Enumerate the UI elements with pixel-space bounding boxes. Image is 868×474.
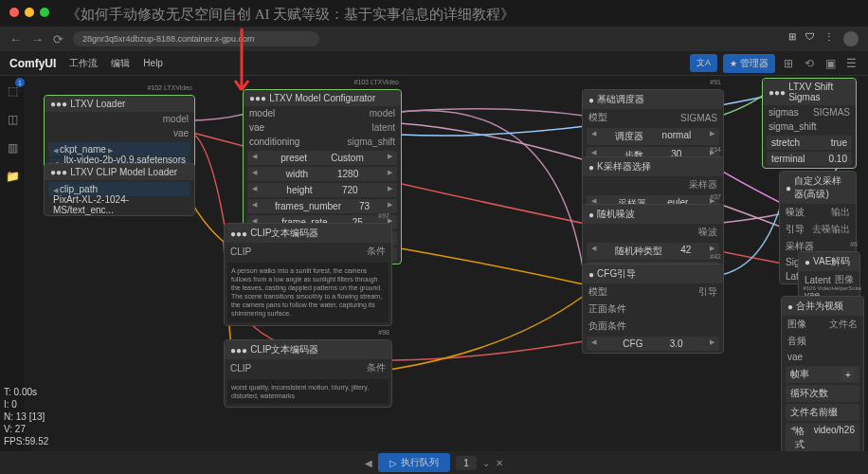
dropdown-icon[interactable]: ⌄	[482, 458, 490, 468]
avatar-icon[interactable]	[843, 31, 859, 46]
stats-panel: T: 0.00s I: 0 N: 13 [13] V: 27 FPS:59.52	[4, 386, 48, 447]
forward-button[interactable]: →	[31, 32, 44, 46]
minimize-window[interactable]	[25, 8, 34, 17]
node-header[interactable]: ●●● LTXV Loader	[45, 96, 194, 112]
menu-help[interactable]: Help	[143, 58, 163, 68]
app-logo: ComfyUI	[9, 57, 56, 70]
run-button[interactable]: ▷ 执行队列	[378, 453, 450, 472]
add-button[interactable]: +	[841, 368, 855, 381]
menu-edit[interactable]: 编辑	[111, 57, 130, 70]
shield-icon[interactable]: 🛡	[805, 31, 815, 46]
positive-prompt[interactable]: A person walks into a sunlit forest, the…	[227, 263, 389, 322]
reload-button[interactable]: ⟳	[53, 32, 63, 46]
back-button[interactable]: ←	[9, 32, 22, 46]
grid-icon[interactable]: ⊞	[781, 56, 796, 71]
node-canvas[interactable]: #102 LTXVideo ●●● LTXV Loader model vae …	[25, 76, 868, 451]
hamburger-icon[interactable]: ☰	[843, 56, 859, 71]
bottom-toolbar: ◀ ▷ 执行队列 1 ⌄ ✕	[0, 451, 868, 474]
node-video-combine[interactable]: #106 VideoHelperSuite ● 合并为视频 图像文件名 音频 v…	[781, 296, 864, 474]
node-clip-encode-negative[interactable]: #98 ●●● CLIP文本编码器 CLIP条件 worst quality, …	[224, 339, 392, 408]
annotation-arrow	[227, 28, 256, 104]
translate-button[interactable]: 文A	[690, 54, 717, 72]
manager-button[interactable]: ★ 管理器	[723, 54, 775, 73]
app-menubar: ComfyUI 工作流 编辑 Help 文A ★ 管理器 ⊞ ⟲ ▣ ☰	[0, 51, 868, 76]
clear-button[interactable]: ✕	[496, 458, 503, 468]
nodes-icon[interactable]: ◫	[5, 112, 20, 127]
prev-button[interactable]: ◀	[365, 458, 372, 468]
reset-icon[interactable]: ⟲	[802, 56, 817, 71]
queue-count: 1	[456, 456, 477, 470]
maximize-window[interactable]	[40, 8, 49, 17]
url-bar[interactable]: 28gnr3q5xr4dbzup-8188.container.x-gpu.co…	[73, 31, 319, 46]
node-cfg-guider[interactable]: #42 ● CFG引导 模型引导 正面条件 负面条件 ◀ CFG3.0 ▶	[582, 264, 724, 354]
menu-icon[interactable]: ⋮	[824, 31, 834, 46]
fit-icon[interactable]: ▣	[823, 56, 838, 71]
menu-workflow[interactable]: 工作流	[69, 57, 98, 70]
notification-badge: 1	[15, 78, 25, 87]
folder-icon[interactable]: 📁	[5, 169, 20, 184]
models-icon[interactable]: ▥	[5, 140, 20, 155]
browser-toolbar: ← → ⟳ 28gnr3q5xr4dbzup-8188.container.x-…	[0, 27, 868, 51]
node-shift-sigmas[interactable]: #101 LTXVideo ●●● LTXV Shift Sigmas sigm…	[762, 78, 857, 169]
article-title-overlay: 《如何手动修改无尽空间自创 AI 天赋等级：基于实事信息的详细教程》	[66, 6, 830, 24]
negative-prompt[interactable]: worst quality, inconsistent motion, blur…	[227, 379, 389, 404]
close-window[interactable]	[9, 8, 19, 17]
extension-icon[interactable]: ⊞	[788, 31, 796, 46]
node-clip-loader[interactable]: ●●● LTXV CLIP Model Loader ◀ clip_path P…	[44, 163, 195, 216]
node-clip-encode-positive[interactable]: #97 ●●● CLIP文本编码器 CLIP条件 A person walks …	[224, 223, 392, 326]
